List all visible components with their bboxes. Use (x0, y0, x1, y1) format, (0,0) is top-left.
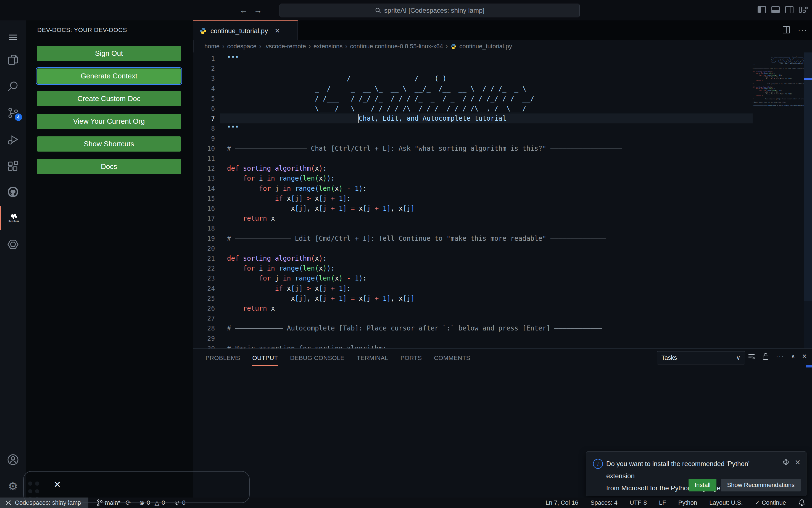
sidebar-button-docs[interactable]: Docs (37, 159, 181, 174)
lock-icon[interactable] (762, 352, 769, 360)
breadcrumb-item[interactable]: codespace (227, 43, 256, 50)
panel-tab-comments[interactable]: COMMENTS (434, 349, 470, 368)
code-line-15[interactable]: 15 if x[j] > x[j + 1]: (193, 194, 753, 204)
code-line-3[interactable]: 3 __ ____/______________ /____(_)______ … (193, 74, 753, 84)
toggle-panel-icon[interactable] (771, 5, 780, 15)
code-line-8[interactable]: 8""" (193, 123, 753, 134)
tab-continue-tutorial[interactable]: continue_tutorial.py ✕ (193, 20, 298, 40)
activity-item-search[interactable] (0, 75, 26, 98)
code-line-26[interactable]: 26 return x (193, 303, 753, 313)
code-line-29[interactable]: 29 (193, 334, 753, 344)
install-button[interactable]: Install (689, 479, 717, 492)
panel-tab-terminal[interactable]: TERMINAL (357, 349, 388, 368)
overlay-close-icon[interactable]: ✕ (53, 479, 61, 490)
code-line-12[interactable]: 12def sorting_algorithm(x): (193, 163, 753, 174)
activity-item-extensions[interactable] (0, 154, 26, 178)
toggle-sidebar-icon[interactable] (757, 5, 767, 15)
code-line-17[interactable]: 17 return x (193, 213, 753, 224)
indentation[interactable]: Spaces: 4 (591, 499, 617, 506)
show-recommendations-button[interactable]: Show Recommendations (721, 479, 801, 492)
code-line-10[interactable]: 10# —————————————————— Chat [Ctrl/Ctrl +… (193, 143, 753, 154)
notification-settings-icon[interactable] (781, 458, 789, 467)
code-line-23[interactable]: 23 for j in range(len(x) - 1): (193, 273, 753, 284)
panel-tab-output[interactable]: OUTPUT (252, 349, 278, 368)
code-line-18[interactable]: 18 (193, 223, 753, 234)
run-debug-icon (7, 133, 19, 145)
code-line-6[interactable]: 6 \____/ \____/ /_/ /_/\__/ /_/ /_/ /_/\… (193, 103, 753, 114)
activity-item-continue[interactable] (0, 232, 26, 256)
command-center-search[interactable]: spriteAI [Codespaces: shiny lamp] (280, 4, 580, 17)
overview-ruler[interactable] (804, 52, 812, 348)
clear-output-icon[interactable] (748, 352, 756, 360)
sidebar-button-show-shortcuts[interactable]: Show Shortcuts (37, 136, 181, 152)
split-editor-icon[interactable] (782, 26, 791, 34)
code-line-4[interactable]: 4 _ / _ __ \_ __ \ __/_ /__ __ \ / / /_ … (193, 84, 753, 94)
code-line-28[interactable]: 28# ———————————— Autocomplete [Tab]: Pla… (193, 323, 753, 334)
activity-item-explorer[interactable] (0, 48, 26, 72)
panel-tab-ports[interactable]: PORTS (401, 349, 422, 368)
panel-actions: ··· ∧ ✕ (748, 352, 807, 360)
code-line-16[interactable]: 16 x[j], x[j + 1] = x[j + 1], x[j] (193, 204, 753, 214)
scrollbar-slider[interactable] (804, 52, 812, 301)
sidebar-button-sign-out[interactable]: Sign Out (37, 46, 181, 61)
activity-item-account[interactable] (0, 448, 26, 472)
breadcrumb-item[interactable]: .vscode-remote (264, 43, 306, 50)
notifications-bell-icon[interactable] (798, 499, 805, 507)
activity-item-source-control[interactable]: 4 (0, 101, 26, 125)
keyboard-layout[interactable]: Layout: U.S. (709, 499, 743, 506)
tab-close-icon[interactable]: ✕ (275, 27, 280, 35)
overlay-box: ✕ (23, 471, 250, 503)
breadcrumb-item[interactable]: continue_tutorial.py (459, 43, 512, 50)
code-line-14[interactable]: 14 for j in range(len(x) - 1): (193, 183, 753, 194)
code-line-27[interactable]: 27 (193, 313, 753, 324)
code-line-1[interactable]: 1""" (193, 53, 753, 64)
sidebar-button-generate-context[interactable]: Generate Context (37, 69, 181, 84)
panel-more-icon[interactable]: ··· (776, 352, 784, 360)
line-number: 20 (193, 244, 215, 253)
code-line-19[interactable]: 19# —————————————— Edit [Cmd/Ctrl + I]: … (193, 234, 753, 244)
code-editor[interactable]: 1"""2 _________ _____ _____3 __ ____/___… (193, 52, 753, 348)
language-mode[interactable]: Python (678, 499, 697, 506)
code-line-21[interactable]: 21def sorting_algorithm(x): (193, 253, 753, 264)
encoding[interactable]: UTF-8 (630, 499, 647, 506)
info-icon: i (593, 459, 603, 469)
customize-layout-icon[interactable] (798, 5, 808, 15)
panel-tab-debug-console[interactable]: DEBUG CONSOLE (290, 349, 344, 368)
cursor-position[interactable]: Ln 7, Col 16 (545, 499, 578, 506)
code-line-5[interactable]: 5 / /___ / /_/ /_ / / / /_ _ / _ / / / /… (193, 94, 753, 104)
output-channel-select[interactable]: Tasks ∨ (657, 351, 745, 365)
code-line-25[interactable]: 25 x[j], x[j + 1] = x[j + 1], x[j] (193, 294, 753, 304)
notification-close-icon[interactable]: ✕ (795, 458, 801, 467)
sidebar-button-view-your-current-org[interactable]: View Your Current Org (37, 114, 181, 129)
code-line-11[interactable]: 11 (193, 154, 753, 164)
line-number: 5 (193, 94, 215, 103)
minimap[interactable]: """ _________ _____ _____ __ ____/______… (753, 52, 804, 348)
sidebar-button-create-custom-doc[interactable]: Create Custom Doc (37, 91, 181, 106)
code-line-30[interactable]: 30# Basic assertion for sorting algorith… (193, 343, 753, 348)
forward-button[interactable]: → (252, 5, 263, 15)
code-line-9[interactable]: 9 (193, 134, 753, 144)
back-button[interactable]: ← (238, 5, 249, 15)
code-line-7[interactable]: 7 Chat, Edit, and Autocomplete tutorial (193, 114, 753, 124)
activity-item-run-debug[interactable] (0, 128, 26, 151)
panel-tab-problems[interactable]: PROBLEMS (205, 349, 240, 368)
code-line-20[interactable]: 20 (193, 244, 753, 254)
breadcrumb-item[interactable]: home (204, 43, 219, 50)
code-line-24[interactable]: 24 if x[j] > x[j + 1]: (193, 284, 753, 294)
code-line-2[interactable]: 2 _________ _____ _____ (193, 64, 753, 74)
activity-item-dev-docs[interactable]: Dev-Docs (0, 206, 27, 230)
code-text: for i in range(len(x)): (227, 263, 335, 273)
code-line-13[interactable]: 13 for i in range(len(x)): (193, 173, 753, 183)
continue-status[interactable]: ✓ Continue (755, 499, 786, 506)
eol[interactable]: LF (659, 499, 666, 506)
breadcrumb-item[interactable]: extensions (314, 43, 342, 50)
more-actions-icon[interactable]: ··· (798, 26, 808, 34)
activity-item-github[interactable] (0, 180, 26, 204)
activity-item-settings[interactable]: ⚙ (0, 474, 26, 498)
close-panel-icon[interactable]: ✕ (802, 353, 807, 360)
activity-item-menu[interactable] (0, 26, 26, 49)
code-line-22[interactable]: 22 for i in range(len(x)): (193, 263, 753, 273)
breadcrumb-item[interactable]: continue.continue-0.8.55-linux-x64 (350, 43, 443, 50)
toggle-secondary-sidebar-icon[interactable] (784, 5, 794, 15)
maximize-panel-icon[interactable]: ∧ (791, 353, 795, 360)
